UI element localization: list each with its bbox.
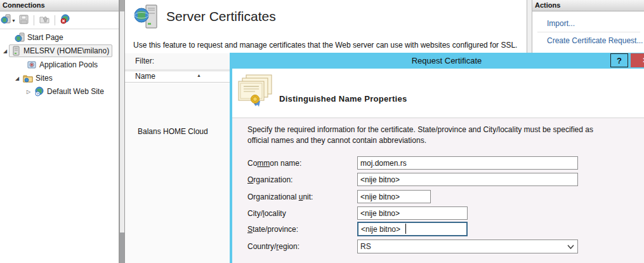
save-icon — [19, 15, 29, 27]
request-certificate-dialog: Request Certificate ? ✕ Distinguished Na… — [230, 53, 644, 263]
state-province-input[interactable]: <nije bitno> — [357, 222, 468, 236]
splitter-bottom-segment — [120, 233, 124, 263]
tree-item-application-pools[interactable]: Application Pools — [0, 58, 101, 71]
connect-server-button[interactable]: ▼ — [2, 14, 15, 27]
tree-item-start-page[interactable]: Start Page — [0, 31, 67, 44]
tree-item-label: MELSRV (HOME\milano) — [23, 46, 109, 55]
disconnect-server-icon — [60, 14, 70, 27]
connections-panel: Connections ▼ Start Page ◢ ME — [0, 0, 119, 263]
save-button[interactable] — [17, 14, 30, 27]
sites-folder-icon — [23, 73, 33, 83]
create-certificate-request-link[interactable]: Create Certificate Request... — [547, 36, 643, 45]
chevron-down-icon — [567, 243, 574, 252]
list-item[interactable]: Balans HOME Cloud — [138, 127, 208, 136]
filter-label: Filter: — [135, 57, 154, 65]
tree-item-label: Start Page — [27, 33, 63, 42]
page-title: Server Certificates — [166, 9, 276, 24]
column-header-label: Name — [135, 72, 155, 81]
tree-item-sites[interactable]: ◢ Sites — [0, 72, 56, 84]
dialog-title: Request Certificate — [412, 56, 482, 65]
text-cursor — [405, 224, 406, 234]
organization-input[interactable] — [357, 173, 578, 186]
country-region-label: Country/region: — [247, 242, 299, 251]
organizational-unit-input[interactable] — [357, 190, 431, 203]
connect-dropdown-caret-icon: ▼ — [11, 18, 16, 23]
help-icon: ? — [617, 56, 622, 65]
country-region-select[interactable]: RS — [357, 239, 578, 253]
connect-server-icon — [1, 14, 11, 27]
toolbar-separator — [34, 15, 34, 25]
expander-collapsed-icon[interactable]: ▷ — [25, 89, 32, 95]
go-up-button[interactable] — [38, 14, 51, 27]
city-locality-label: City/locality — [247, 209, 286, 218]
go-up-icon — [39, 14, 49, 27]
dialog-banner: Distinguished Name Properties — [232, 69, 644, 118]
tree-item-server[interactable]: ◢ MELSRV (HOME\milano) — [0, 44, 112, 57]
disconnect-server-button[interactable] — [59, 14, 72, 27]
close-button[interactable]: ✕ — [631, 53, 644, 67]
web-site-icon: ? — [34, 86, 44, 97]
state-province-value: <nije bitno> — [361, 225, 400, 234]
organizational-unit-label: Organizational unit: — [247, 192, 313, 201]
panel-splitter[interactable] — [119, 0, 125, 263]
server-certificates-page-icon — [133, 4, 160, 34]
dialog-heading: Distinguished Name Properties — [279, 94, 407, 104]
city-locality-input[interactable] — [357, 206, 468, 220]
start-page-icon — [15, 32, 25, 43]
common-name-input[interactable] — [357, 156, 578, 170]
application-pools-icon — [27, 60, 37, 70]
certificates-stack-icon — [236, 74, 274, 113]
splitter-top-segment — [120, 0, 124, 11]
expander-expanded-icon[interactable]: ◢ — [1, 48, 9, 54]
connections-header: Connections — [0, 0, 119, 11]
page-description: Use this feature to request and manage c… — [133, 41, 523, 50]
connections-toolbar: ▼ — [0, 12, 119, 29]
tree-item-default-web-site[interactable]: ▷ ? Default Web Site — [0, 85, 107, 98]
selected-node-highlight: MELSRV (HOME\milano) — [9, 44, 112, 57]
sort-ascending-icon: ▲ — [197, 73, 201, 78]
expander-expanded-icon[interactable]: ◢ — [13, 76, 21, 81]
dialog-titlebar[interactable]: Request Certificate — [232, 53, 644, 69]
server-icon — [11, 46, 21, 56]
tree-item-label: Application Pools — [39, 60, 98, 69]
tree-item-label: Sites — [36, 74, 53, 83]
organization-label: Organization: — [247, 175, 292, 184]
country-region-value: RS — [360, 242, 371, 251]
common-name-label: Common name: — [247, 159, 301, 168]
toolbar-separator — [55, 15, 55, 25]
dialog-instructions: Specify the required information for the… — [247, 125, 609, 146]
state-province-label: State/province: — [247, 225, 298, 234]
import-link[interactable]: Import... — [547, 19, 575, 28]
state-province-field-wrap: <nije bitno> — [357, 222, 468, 236]
actions-header: Actions — [532, 0, 644, 11]
help-button[interactable]: ? — [610, 53, 628, 67]
actions-separator — [537, 32, 640, 32]
tree-item-label: Default Web Site — [47, 87, 104, 96]
